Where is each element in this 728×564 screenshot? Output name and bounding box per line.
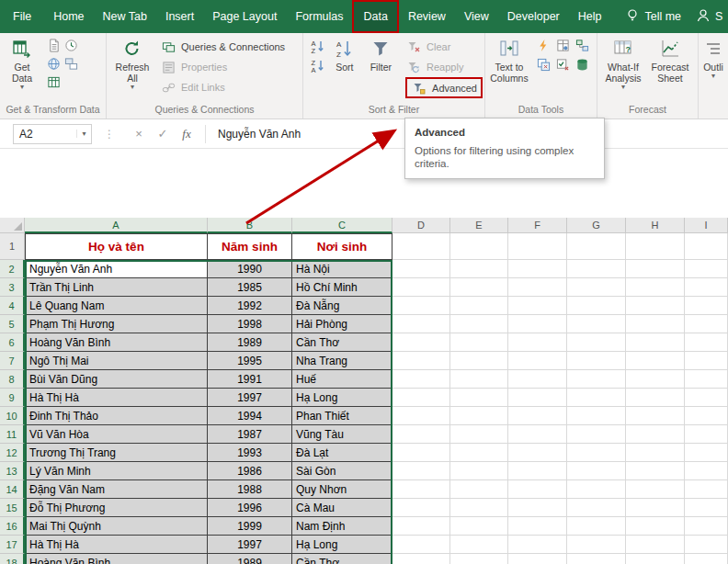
- cell-B14[interactable]: 1988: [208, 480, 292, 499]
- cell-B7[interactable]: 1995: [208, 352, 292, 370]
- name-box[interactable]: A2 ▾: [13, 124, 92, 144]
- cell-I12[interactable]: [685, 444, 728, 462]
- cell-I8[interactable]: [685, 370, 728, 389]
- row-header-18[interactable]: 18: [0, 554, 25, 564]
- tab-formulas[interactable]: Formulas: [286, 0, 352, 33]
- cell-D13[interactable]: [392, 462, 450, 480]
- cell-B15[interactable]: 1996: [208, 499, 292, 517]
- cell-D4[interactable]: [392, 297, 450, 315]
- cell-I10[interactable]: [685, 407, 728, 425]
- cell-F9[interactable]: [508, 389, 567, 407]
- relationships-button[interactable]: [574, 37, 590, 53]
- cell-E16[interactable]: [450, 517, 508, 536]
- cell-I14[interactable]: [685, 480, 728, 499]
- cell-I7[interactable]: [685, 352, 728, 370]
- cell-I3[interactable]: [685, 278, 728, 297]
- cell-I4[interactable]: [685, 297, 728, 315]
- cell-H7[interactable]: [626, 352, 685, 370]
- cell-C1[interactable]: Nơi sinh: [292, 233, 392, 260]
- cell-B10[interactable]: 1994: [208, 407, 292, 425]
- cell-I11[interactable]: [685, 425, 728, 444]
- cell-F12[interactable]: [508, 444, 567, 462]
- cell-A12[interactable]: Trương Thị Trang: [25, 444, 208, 462]
- cell-I17[interactable]: [685, 536, 728, 554]
- cell-H16[interactable]: [626, 517, 685, 536]
- cell-I5[interactable]: [685, 315, 728, 333]
- tab-developer[interactable]: Developer: [498, 0, 569, 33]
- cell-D3[interactable]: [392, 278, 450, 297]
- cell-E2[interactable]: [450, 260, 508, 278]
- cell-I2[interactable]: [685, 260, 728, 278]
- cell-B8[interactable]: 1991: [208, 370, 292, 389]
- tab-new-tab[interactable]: New Tab: [94, 0, 156, 33]
- row-header-17[interactable]: 17: [0, 536, 25, 554]
- cell-C5[interactable]: Hải Phòng: [292, 315, 392, 333]
- cell-H1[interactable]: [626, 233, 685, 260]
- row-header-9[interactable]: 9: [0, 389, 25, 407]
- cell-A2[interactable]: Nguyễn Văn Anh: [25, 260, 208, 278]
- cell-A14[interactable]: Đặng Văn Nam: [25, 480, 208, 499]
- cell-C17[interactable]: Hạ Long: [292, 536, 392, 554]
- cell-H6[interactable]: [626, 333, 685, 352]
- cell-E4[interactable]: [450, 297, 508, 315]
- cell-A18[interactable]: Hoàng Văn Bình: [25, 554, 208, 564]
- cell-E9[interactable]: [450, 389, 508, 407]
- column-header-F[interactable]: F: [508, 218, 567, 233]
- what-if-analysis-button[interactable]: ? What-If Analysis ▾: [599, 37, 647, 92]
- cell-G8[interactable]: [567, 370, 626, 389]
- recent-sources-button[interactable]: [63, 37, 79, 53]
- cell-G6[interactable]: [567, 333, 626, 352]
- cell-G15[interactable]: [567, 499, 626, 517]
- cell-C15[interactable]: Cà Mau: [292, 499, 392, 517]
- cell-E3[interactable]: [450, 278, 508, 297]
- cell-F10[interactable]: [508, 407, 567, 425]
- cell-A13[interactable]: Lý Văn Minh: [25, 462, 208, 480]
- cell-B5[interactable]: 1998: [208, 315, 292, 333]
- cell-D7[interactable]: [392, 352, 450, 370]
- cell-F11[interactable]: [508, 425, 567, 444]
- row-header-2[interactable]: 2: [0, 260, 25, 278]
- cell-G16[interactable]: [567, 517, 626, 536]
- row-header-3[interactable]: 3: [0, 278, 25, 297]
- column-header-C[interactable]: C: [292, 218, 392, 233]
- cell-F8[interactable]: [508, 370, 567, 389]
- select-all-button[interactable]: [0, 218, 25, 233]
- cell-I6[interactable]: [685, 333, 728, 352]
- cell-B1[interactable]: Năm sinh: [208, 233, 292, 260]
- cell-I1[interactable]: [685, 233, 728, 260]
- cell-D17[interactable]: [392, 536, 450, 554]
- cell-H8[interactable]: [626, 370, 685, 389]
- cell-D14[interactable]: [392, 480, 450, 499]
- cell-E14[interactable]: [450, 480, 508, 499]
- cell-F14[interactable]: [508, 480, 567, 499]
- text-to-columns-button[interactable]: Text to Columns: [487, 37, 531, 85]
- cell-F16[interactable]: [508, 517, 567, 536]
- cell-D1[interactable]: [392, 233, 450, 260]
- row-header-5[interactable]: 5: [0, 315, 25, 333]
- cell-B3[interactable]: 1985: [208, 278, 292, 297]
- tab-file[interactable]: File: [0, 0, 44, 33]
- cell-A1[interactable]: Họ và tên: [25, 233, 208, 260]
- cell-C14[interactable]: Quy Nhơn: [292, 480, 392, 499]
- cell-E15[interactable]: [450, 499, 508, 517]
- cell-D12[interactable]: [392, 444, 450, 462]
- row-header-14[interactable]: 14: [0, 480, 25, 499]
- cell-A7[interactable]: Ngô Thị Mai: [25, 352, 208, 370]
- filter-button[interactable]: Filter: [362, 37, 401, 73]
- tab-view[interactable]: View: [455, 0, 498, 33]
- cell-F7[interactable]: [508, 352, 567, 370]
- column-header-I[interactable]: I: [685, 218, 728, 233]
- cell-E10[interactable]: [450, 407, 508, 425]
- row-header-12[interactable]: 12: [0, 444, 25, 462]
- cell-C13[interactable]: Sài Gòn: [292, 462, 392, 480]
- column-header-D[interactable]: D: [392, 218, 450, 233]
- cell-I9[interactable]: [685, 389, 728, 407]
- queries-connections-button[interactable]: Queries & Connections: [160, 37, 285, 57]
- cell-I15[interactable]: [685, 499, 728, 517]
- cell-G14[interactable]: [567, 480, 626, 499]
- cell-D9[interactable]: [392, 389, 450, 407]
- cell-I18[interactable]: [685, 554, 728, 564]
- column-header-E[interactable]: E: [450, 218, 508, 233]
- cell-E13[interactable]: [450, 462, 508, 480]
- column-header-G[interactable]: G: [567, 218, 626, 233]
